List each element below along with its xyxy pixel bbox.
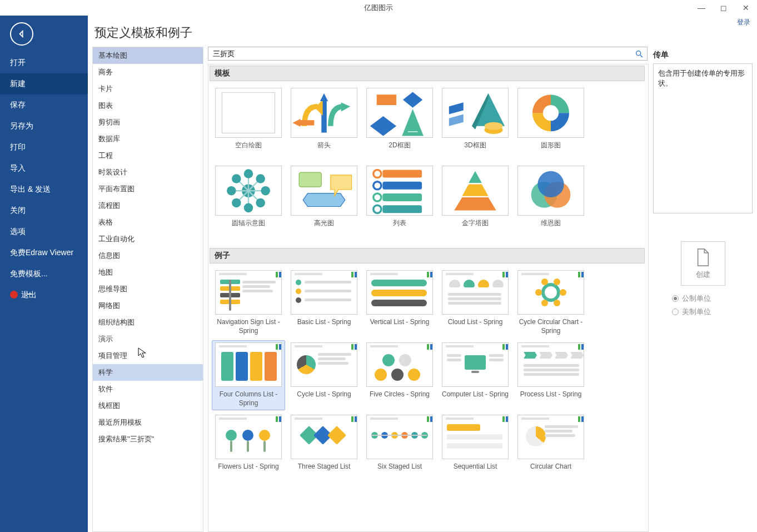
category-item[interactable]: 信息图 — [93, 247, 203, 264]
category-item[interactable]: 表格 — [93, 214, 203, 231]
close-button[interactable]: ✕ — [735, 0, 757, 16]
right-panel-description: 包含用于创建传单的专用形状。 — [653, 63, 753, 213]
example-tile[interactable]: Vertical List - Spring — [363, 268, 436, 338]
template-tile[interactable]: 箭头 — [287, 86, 361, 161]
example-tile[interactable]: Process List - Spring — [514, 340, 587, 410]
example-label: Circular Chart — [516, 463, 585, 480]
category-item[interactable]: 时装设计 — [93, 164, 203, 181]
minimize-button[interactable]: — — [690, 0, 713, 16]
category-item[interactable]: 地图 — [93, 264, 203, 281]
backstage-sidebar: 打开新建保存另存为打印导入导出 & 发送关闭选项免费Edraw Viewer免费… — [0, 16, 88, 532]
example-thumb — [366, 415, 433, 459]
template-tile[interactable]: 金字塔图 — [439, 163, 512, 239]
svg-point-0 — [636, 51, 641, 55]
example-tile[interactable]: Navigation Sign List - Spring — [212, 268, 285, 338]
sidebar-item-2[interactable]: 保存 — [0, 95, 88, 116]
category-item[interactable]: 数据库 — [93, 131, 203, 147]
category-item[interactable]: 组织结构图 — [93, 314, 203, 331]
category-item[interactable]: 最近所用模板 — [93, 414, 203, 431]
back-button[interactable] — [10, 22, 33, 46]
back-arrow-icon — [16, 28, 27, 39]
example-label: Four Columns List - Spring — [214, 390, 283, 408]
category-item[interactable]: 剪切画 — [93, 114, 203, 131]
example-tile[interactable]: Three Staged List — [287, 412, 361, 483]
example-tile[interactable]: Flowers List - Spring — [212, 412, 285, 483]
example-tile[interactable]: Circular Chart — [514, 412, 587, 483]
search-input[interactable] — [208, 47, 631, 60]
example-label: Three Staged List — [290, 463, 358, 480]
sidebar-item-11[interactable]: 退出 — [0, 285, 88, 306]
example-tile[interactable]: Computer List - Spring — [439, 340, 512, 410]
unit-imperial-radio[interactable]: 美制单位 — [672, 307, 753, 317]
sidebar-item-1[interactable]: 新建 — [0, 73, 88, 95]
template-tile[interactable]: 维恩图 — [514, 163, 587, 239]
svg-rect-37 — [382, 181, 422, 189]
example-tile[interactable]: Cycle List - Spring — [287, 340, 361, 410]
category-item[interactable]: 图表 — [93, 97, 203, 114]
unit-metric-radio[interactable]: 公制单位 — [672, 294, 753, 304]
search-button[interactable] — [631, 47, 647, 60]
example-label: Cloud List - Spring — [441, 318, 510, 336]
svg-point-32 — [256, 174, 265, 183]
examples-grid: Navigation Sign List - SpringBasic List … — [208, 268, 646, 490]
category-item[interactable]: 演示 — [93, 331, 203, 347]
category-item[interactable]: 卡片 — [93, 81, 203, 97]
template-tile[interactable]: 圆形图 — [514, 86, 587, 161]
example-tile[interactable]: Six Staged List — [363, 412, 436, 483]
template-label: 3D框图 — [441, 141, 510, 159]
gallery-scroll[interactable]: 模板 空白绘图箭头2D框图3D框图圆形图圆辐示意图高光图列表金字塔图维恩图 例子… — [208, 64, 649, 532]
template-label: 空白绘图 — [214, 141, 283, 159]
sidebar-item-9[interactable]: 免费Edraw Viewer — [0, 242, 88, 263]
sidebar-item-10[interactable]: 免费模板... — [0, 263, 88, 285]
category-list[interactable]: 基本绘图商务卡片图表剪切画数据库工程时装设计平面布置图流程图表格工业自动化信息图… — [92, 47, 203, 532]
sidebar-item-3[interactable]: 另存为 — [0, 116, 88, 137]
template-tile[interactable]: 2D框图 — [363, 86, 436, 161]
template-thumb — [442, 166, 509, 216]
example-tile[interactable]: Sequential List — [439, 412, 512, 483]
svg-marker-45 — [454, 197, 496, 211]
example-thumb — [442, 270, 509, 315]
sidebar-item-7[interactable]: 关闭 — [0, 200, 88, 221]
sidebar-item-4[interactable]: 打印 — [0, 137, 88, 158]
template-label: 维恩图 — [516, 219, 585, 237]
sidebar-item-5[interactable]: 导入 — [0, 158, 88, 179]
category-item[interactable]: 平面布置图 — [93, 181, 203, 197]
category-item[interactable]: 基本绘图 — [93, 47, 203, 64]
category-item[interactable]: 流程图 — [93, 197, 203, 214]
category-item[interactable]: 软件 — [93, 381, 203, 397]
template-tile[interactable]: 空白绘图 — [212, 86, 285, 161]
example-tile[interactable]: Basic List - Spring — [287, 268, 361, 338]
example-thumb — [215, 415, 282, 459]
template-tile[interactable]: 3D框图 — [439, 86, 512, 161]
svg-marker-44 — [462, 184, 488, 196]
svg-marker-2 — [315, 100, 322, 115]
category-item[interactable]: 商务 — [93, 64, 203, 81]
category-item[interactable]: 搜索结果"三折页" — [93, 431, 203, 448]
example-label: Cycle Circular Chart - Spring — [516, 318, 585, 336]
template-tile[interactable]: 高光图 — [287, 163, 361, 239]
template-tile[interactable]: 列表 — [363, 163, 436, 239]
example-tile[interactable]: Four Columns List - Spring — [212, 340, 285, 410]
example-thumb — [442, 415, 509, 459]
category-item[interactable]: 思维导图 — [93, 281, 203, 297]
sidebar-item-8[interactable]: 选项 — [0, 221, 88, 242]
template-label: 圆形图 — [516, 141, 585, 159]
example-tile[interactable]: Five Circles - Spring — [363, 340, 436, 410]
sidebar-item-6[interactable]: 导出 & 发送 — [0, 179, 88, 200]
create-button[interactable]: 创建 — [681, 241, 725, 286]
category-item[interactable]: 科学 — [93, 364, 203, 381]
category-item[interactable]: 项目管理 — [93, 347, 203, 364]
category-item[interactable]: 工程 — [93, 147, 203, 164]
example-tile[interactable]: Cycle Circular Chart - Spring — [514, 268, 587, 338]
template-tile[interactable]: 圆辐示意图 — [212, 163, 285, 239]
sidebar-item-0[interactable]: 打开 — [0, 52, 88, 73]
category-item[interactable]: 工业自动化 — [93, 231, 203, 247]
template-label: 箭头 — [290, 141, 358, 159]
svg-rect-39 — [382, 193, 422, 201]
category-item[interactable]: 网络图 — [93, 297, 203, 314]
example-tile[interactable]: Cloud List - Spring — [439, 268, 512, 338]
maximize-button[interactable]: ◻ — [713, 0, 735, 16]
login-link[interactable]: 登录 — [737, 18, 750, 27]
example-label: Sequential List — [441, 463, 510, 480]
category-item[interactable]: 线框图 — [93, 397, 203, 414]
